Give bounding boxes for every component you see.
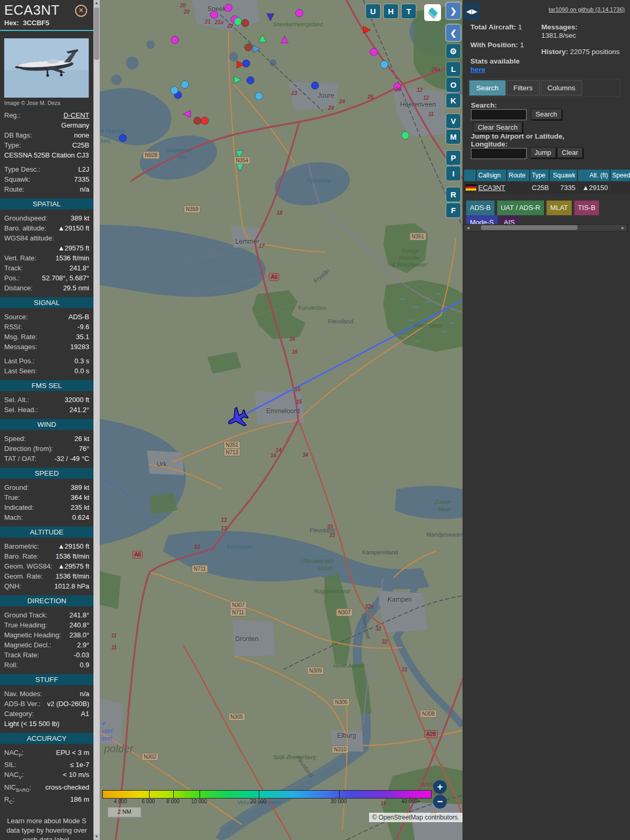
table-row[interactable]: ECA3NTC25B7335▲29150 — [464, 181, 630, 194]
hscroll-thumb[interactable] — [481, 225, 578, 230]
aircraft-marker[interactable] — [311, 82, 319, 89]
tab-filters[interactable]: Filters — [507, 80, 540, 96]
panel-collapse-button[interactable]: ◀ ▶ — [464, 2, 480, 20]
legend-tick-label: 10 000 — [191, 799, 207, 804]
zoom-in-button[interactable]: + — [433, 780, 447, 794]
map-button-p[interactable]: P — [446, 151, 460, 165]
column-header-Alt. (ft)[interactable]: Alt. (ft) — [578, 170, 610, 181]
zoom-out-button[interactable]: − — [433, 795, 447, 808]
scroll-right-icon[interactable]: ► — [621, 225, 625, 231]
stats-here-link[interactable]: here — [470, 66, 486, 74]
data-row: Last Seen:0.0 s — [0, 366, 93, 376]
aircraft-marker[interactable] — [267, 14, 274, 21]
hex-code: Hex: 3CCBF5 — [0, 18, 93, 30]
data-row: WGS84 altitude: — [0, 233, 93, 243]
map-button-m[interactable]: M — [446, 130, 460, 144]
map-button-v[interactable]: V — [446, 114, 460, 128]
aircraft-marker[interactable] — [234, 18, 242, 25]
map[interactable]: SneekJoureHeerenveenLemmerEmmeloordUrkKa… — [100, 0, 463, 840]
column-header-Callsign[interactable]: Callsign — [477, 170, 506, 181]
expand-button[interactable]: ❯ — [446, 3, 460, 19]
aircraft-marker[interactable] — [236, 164, 244, 171]
aircraft-marker[interactable] — [201, 117, 208, 124]
data-row: DB flags:none — [0, 130, 93, 140]
map-button-i[interactable]: I — [446, 166, 460, 181]
aircraft-marker[interactable] — [247, 77, 254, 84]
aircraft-marker[interactable] — [171, 87, 178, 94]
history-positions: History: 22075 positions — [541, 48, 625, 56]
map-button-h[interactable]: H — [384, 4, 398, 18]
aircraft-marker[interactable] — [259, 35, 266, 42]
data-row: QNH:1012.8 hPa — [0, 581, 93, 591]
map-button-u[interactable]: U — [366, 4, 380, 18]
scrollbar-thumb[interactable] — [94, 7, 99, 60]
aircraft-marker[interactable] — [394, 83, 401, 90]
scroll-left-icon[interactable]: ◄ — [466, 225, 470, 231]
aircraft-marker[interactable] — [242, 19, 249, 27]
layers-button[interactable] — [424, 4, 441, 21]
jump-input[interactable] — [471, 148, 527, 159]
data-row: RC:186 m — [0, 795, 93, 807]
selected-aircraft-icon[interactable] — [224, 405, 251, 432]
aircraft-marker[interactable] — [370, 48, 377, 56]
data-row: Type Desc.:L2J — [0, 164, 93, 174]
aircraft-marker[interactable] — [245, 44, 252, 51]
aircraft-marker[interactable] — [243, 60, 250, 67]
jump-button[interactable]: Jump — [530, 147, 556, 158]
column-header-Type[interactable]: Type — [530, 170, 549, 181]
aircraft-marker[interactable] — [402, 132, 409, 139]
column-header-Route[interactable]: Route — [507, 170, 529, 181]
column-header-flag[interactable] — [464, 170, 476, 181]
aircraft-marker[interactable] — [255, 92, 262, 100]
aircraft-marker[interactable] — [363, 26, 371, 34]
aircraft-marker[interactable] — [171, 36, 178, 44]
map-button-t[interactable]: T — [402, 4, 416, 18]
settings-gear-button[interactable]: ⚙ — [446, 44, 460, 58]
badge-tis-b[interactable]: TIS-B — [574, 201, 599, 215]
scroll-down-icon[interactable]: ▼ — [93, 834, 100, 840]
aircraft-marker[interactable] — [194, 117, 201, 124]
close-icon[interactable]: ✕ — [75, 5, 87, 17]
attribution[interactable]: © OpenStreetMap contributors. — [369, 813, 463, 822]
registration-link[interactable]: D-CENT — [64, 111, 89, 120]
messages-rate: Messages:1381.8/sec — [541, 23, 625, 40]
table-horizontal-scrollbar[interactable]: ◄ ► — [464, 224, 627, 232]
tab-search[interactable]: Search — [469, 80, 506, 96]
callsign-link[interactable]: ECA3NT — [477, 182, 506, 194]
aircraft-photo[interactable] — [4, 38, 89, 98]
badge-ads-b[interactable]: ADS-B — [466, 201, 495, 215]
aircraft-marker[interactable] — [381, 61, 388, 68]
aircraft-marker[interactable] — [281, 36, 288, 43]
search-input[interactable] — [471, 109, 527, 120]
aircraft-marker[interactable] — [296, 9, 303, 17]
aircraft-marker[interactable] — [183, 110, 191, 118]
total-aircraft: Total Aircraft: 1 — [470, 23, 541, 32]
clear-search-button[interactable]: Clear Search — [473, 122, 522, 133]
aircraft-marker[interactable] — [225, 4, 232, 12]
search-button[interactable]: Search — [531, 109, 562, 120]
map-button-r[interactable]: R — [446, 187, 460, 202]
map-button-f[interactable]: F — [446, 203, 460, 217]
badge-mlat[interactable]: MLAT — [547, 201, 572, 215]
aircraft-marker[interactable] — [234, 76, 242, 83]
map-button-k[interactable]: K — [446, 93, 460, 108]
table-cell — [611, 182, 630, 194]
aircraft-marker[interactable] — [236, 151, 243, 158]
tab-columns[interactable]: Columns — [541, 80, 582, 96]
collapse-button[interactable]: ❮ — [446, 25, 460, 41]
clear-jump-button[interactable]: Clear — [557, 147, 583, 158]
column-header-Speed[interactable]: Speed — [611, 170, 630, 181]
aircraft-marker[interactable] — [181, 81, 188, 88]
badge-uat-ads-r[interactable]: UAT / ADS-R — [497, 201, 544, 215]
data-row: Ground:389 kt — [0, 482, 93, 492]
left-panel-scrollbar[interactable]: ▲ ▼ — [93, 0, 100, 840]
column-header-Squawk[interactable]: Squawk — [550, 170, 577, 181]
github-link[interactable]: tar1090 on github (3.14.1736) — [549, 6, 625, 13]
data-row: NACP:EPU < 3 m — [0, 748, 93, 760]
map-button-l[interactable]: L — [446, 62, 460, 76]
map-button-o[interactable]: O — [446, 78, 460, 92]
aircraft-marker[interactable] — [211, 11, 218, 18]
scroll-up-icon[interactable]: ▲ — [93, 0, 100, 6]
aircraft-marker[interactable] — [119, 134, 127, 142]
data-row: SIL:≤ 1e-7 — [0, 760, 93, 770]
